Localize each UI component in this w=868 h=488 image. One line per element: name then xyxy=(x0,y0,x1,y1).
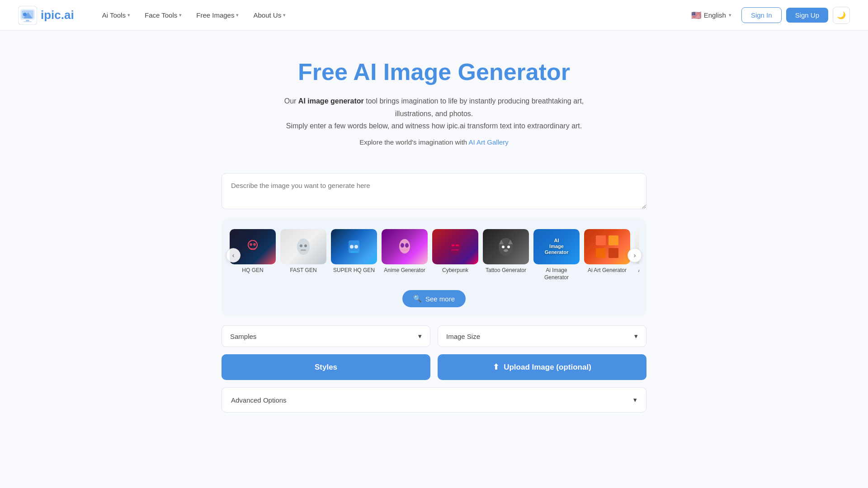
style-card-tattoo-generator[interactable]: Tattoo Generator xyxy=(483,229,529,281)
sign-in-button[interactable]: Sign In xyxy=(741,7,782,23)
svg-point-16 xyxy=(350,245,354,249)
carousel-prev-button[interactable]: ‹ xyxy=(226,248,241,263)
chevron-down-icon: ▾ xyxy=(633,396,637,404)
style-card-super-hq-gen[interactable]: SUPER HQ GEN xyxy=(331,229,377,281)
style-card-fast-gen[interactable]: FAST GEN xyxy=(280,229,326,281)
chevron-down-icon: ▾ xyxy=(729,12,731,18)
robot-head-icon xyxy=(293,234,313,259)
svg-point-11 xyxy=(297,239,310,255)
styles-section: ‹ HQ GEN xyxy=(222,218,646,316)
style-image-ai-image-generator: AIImageGenerator xyxy=(533,229,580,264)
chevron-right-icon: › xyxy=(634,252,636,259)
carousel-wrapper: ‹ HQ GEN xyxy=(229,227,639,283)
see-more-label: See more xyxy=(425,295,455,303)
ai-art-gallery-link[interactable]: AI Art Gallery xyxy=(468,138,508,146)
sign-up-button[interactable]: Sign Up xyxy=(786,8,828,23)
style-card-ai-art-generator[interactable]: Ai Art Generator xyxy=(584,229,630,281)
svg-point-8 xyxy=(250,243,252,246)
style-label-hq-gen: HQ GEN xyxy=(230,267,276,274)
upload-image-button[interactable]: ⬆ Upload Image (optional) xyxy=(438,354,646,380)
style-card-cyberpunk[interactable]: Cyberpunk xyxy=(432,229,478,281)
anime-face-icon xyxy=(396,235,414,258)
chevron-down-icon: ▾ xyxy=(179,12,182,18)
style-image-anime-generator xyxy=(382,229,428,264)
hero-section: Free AI Image Generator Our AI image gen… xyxy=(0,31,868,160)
chevron-down-icon: ▾ xyxy=(127,12,130,18)
nav-label-free-images: Free Images xyxy=(196,11,234,19)
svg-point-12 xyxy=(300,244,302,247)
svg-point-21 xyxy=(405,243,409,248)
style-label-super-hq-gen: SUPER HQ GEN xyxy=(331,267,377,274)
ai-image-label: AIImageGenerator xyxy=(545,238,569,256)
art-grid-icon xyxy=(594,233,621,260)
svg-rect-5 xyxy=(26,20,29,21)
svg-rect-6 xyxy=(24,21,32,22)
logo[interactable]: ipic.ai xyxy=(18,6,74,25)
style-label-ai-pencil-sketch: Ai Pencil Sketch xyxy=(635,267,639,274)
nav-links: Ai Tools ▾ Face Tools ▾ Free Images ▾ Ab… xyxy=(96,8,686,23)
hero-description: Our AI image generator tool brings imagi… xyxy=(280,95,588,132)
style-image-super-hq-gen xyxy=(331,229,377,264)
page-title: Free AI Image Generator xyxy=(9,58,859,86)
chevron-down-icon: ▾ xyxy=(236,12,239,18)
svg-point-13 xyxy=(304,244,307,247)
samples-dropdown[interactable]: Samples ▾ xyxy=(222,325,430,347)
svg-rect-24 xyxy=(456,244,459,246)
style-label-ai-image-generator: Ai Image Generator xyxy=(533,267,580,281)
chevron-left-icon: ‹ xyxy=(232,252,235,259)
mech-icon xyxy=(344,237,364,257)
gallery-link-text: Explore the world's imagination with AI … xyxy=(9,138,859,146)
svg-point-30 xyxy=(507,245,510,248)
nav-label-about-us: About Us xyxy=(253,11,281,19)
svg-point-20 xyxy=(401,243,404,248)
style-card-ai-image-generator[interactable]: AIImageGenerator Ai Image Generator xyxy=(533,229,580,281)
style-label-fast-gen: FAST GEN xyxy=(280,267,326,274)
action-row: Styles ⬆ Upload Image (optional) xyxy=(222,354,646,380)
advanced-options-label: Advanced Options xyxy=(231,396,287,404)
style-label-anime-generator: Anime Generator xyxy=(382,267,428,274)
svg-rect-18 xyxy=(350,251,358,253)
logo-icon xyxy=(18,6,37,25)
style-image-tattoo-generator xyxy=(483,229,529,264)
style-image-cyberpunk xyxy=(432,229,478,264)
moon-icon: 🌙 xyxy=(837,11,846,19)
style-card-anime-generator[interactable]: Anime Generator xyxy=(382,229,428,281)
nav-item-face-tools[interactable]: Face Tools ▾ xyxy=(138,8,188,23)
logo-text: ipic.ai xyxy=(41,8,74,22)
style-label-ai-art-generator: Ai Art Generator xyxy=(584,267,630,274)
see-more-button[interactable]: 🔍 See more xyxy=(402,290,466,307)
language-selector[interactable]: 🇺🇸 English ▾ xyxy=(686,7,737,24)
svg-point-26 xyxy=(499,238,513,256)
options-row: Samples ▾ Image Size ▾ xyxy=(222,325,646,347)
svg-point-17 xyxy=(354,245,358,249)
svg-point-9 xyxy=(253,243,256,246)
nav-item-about-us[interactable]: About Us ▾ xyxy=(247,8,292,23)
image-size-dropdown[interactable]: Image Size ▾ xyxy=(438,325,646,347)
nav-label-face-tools: Face Tools xyxy=(145,11,177,19)
upload-label: Upload Image (optional) xyxy=(504,363,591,372)
styles-button[interactable]: Styles xyxy=(222,354,430,380)
svg-rect-10 xyxy=(250,248,255,250)
nav-label-ai-tools: Ai Tools xyxy=(102,11,126,19)
style-label-cyberpunk: Cyberpunk xyxy=(432,267,478,274)
robot-icon xyxy=(244,238,262,256)
carousel-next-button[interactable]: › xyxy=(627,248,642,263)
hero-bold-text: AI image generator xyxy=(298,97,364,105)
chevron-down-icon: ▾ xyxy=(418,332,422,340)
nav-item-free-images[interactable]: Free Images ▾ xyxy=(190,8,245,23)
prompt-input[interactable] xyxy=(222,173,646,209)
image-size-label: Image Size xyxy=(446,333,480,340)
nav-item-ai-tools[interactable]: Ai Tools ▾ xyxy=(96,8,137,23)
theme-toggle-button[interactable]: 🌙 xyxy=(833,7,850,24)
upload-icon: ⬆ xyxy=(493,362,499,372)
svg-point-29 xyxy=(502,245,505,248)
svg-rect-32 xyxy=(596,235,606,245)
style-image-ai-art-generator xyxy=(584,229,630,264)
svg-point-22 xyxy=(449,239,461,254)
svg-point-31 xyxy=(504,249,508,252)
styles-carousel: HQ GEN FAST GEN xyxy=(229,227,639,283)
wolf-icon xyxy=(495,234,517,259)
advanced-options-row[interactable]: Advanced Options ▾ xyxy=(222,387,646,413)
style-image-fast-gen xyxy=(280,229,326,264)
navbar: ipic.ai Ai Tools ▾ Face Tools ▾ Free Ima… xyxy=(0,0,868,31)
